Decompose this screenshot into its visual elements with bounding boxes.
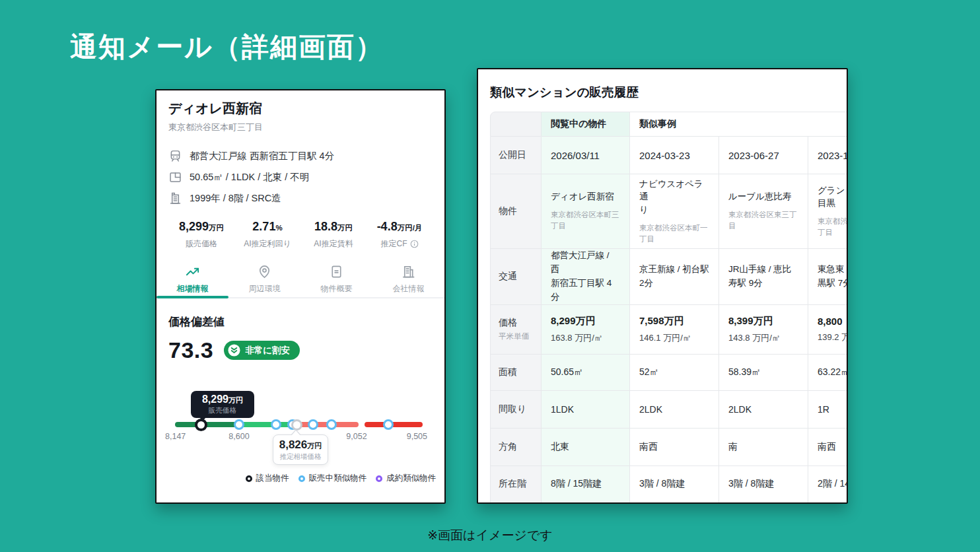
price-value: 8,800 — [818, 316, 848, 327]
property-address: 東京都渋谷区本町一 丁目 — [639, 223, 709, 246]
on-sale-marker[interactable] — [271, 419, 281, 430]
property-address: 東京都渋谷区本町三 丁目 — [551, 209, 620, 232]
unit-price: 146.1 万円/㎡ — [639, 332, 709, 344]
direction-value: 南西 — [630, 429, 719, 466]
layout-value: 2LDK — [719, 391, 808, 429]
property-name: ルーブル恵比寿 — [728, 190, 798, 203]
table-row-area: 面積 50.65㎡ 52㎡ 58.39㎡ 63.22㎡ — [490, 355, 848, 391]
range-segment-red — [365, 422, 423, 427]
black-dot-icon — [246, 475, 252, 482]
table-row-direction: 方角 北東 南西 南 南西 — [490, 429, 848, 466]
price-range-chart: 8,299万円 販売価格 8,147 8,600 9,052 9,505 8,8… — [157, 90, 444, 502]
row-label: 価格平米単価 — [490, 305, 542, 355]
area-value: 52㎡ — [630, 355, 719, 391]
unit-price: 143.8 万円/㎡ — [728, 332, 798, 344]
slide: 通知メール（詳細画面） ディオレ西新宿 東京都渋谷区本町三丁目 都営大江戸線 西… — [0, 0, 980, 552]
row-sublabel: 平米単価 — [499, 331, 533, 341]
history-title: 類似マンションの販売履歴 — [490, 84, 847, 100]
row-label: 交通 — [490, 249, 542, 305]
tooltip-value: 8,299 — [202, 394, 228, 405]
floor-value: 3階 / 8階建 — [630, 466, 719, 503]
row-label: 所在階 — [490, 466, 542, 503]
table-row-floor: 所在階 8階 / 15階建 3階 / 8階建 3階 / 8階建 2階 / 14 — [490, 466, 848, 503]
on-sale-marker[interactable] — [326, 419, 337, 430]
legend-sold: 成約類似物件 — [376, 473, 436, 484]
range-segment-light-green — [239, 422, 295, 427]
area-value: 58.39㎡ — [719, 355, 808, 391]
tooltip-label: 販売価格 — [191, 406, 254, 415]
area-value: 50.65㎡ — [542, 355, 630, 391]
on-sale-marker[interactable] — [308, 419, 318, 430]
table-header-row: 閲覧中の物件 類似事例 — [490, 112, 848, 137]
direction-value: 北東 — [542, 429, 630, 466]
floor-value: 8階 / 15階建 — [542, 466, 630, 503]
table-row-price: 価格平米単価 8,299万円163.8 万円/㎡ 7,598万円146.1 万円… — [490, 305, 848, 355]
axis-tick: 9,505 — [407, 432, 427, 441]
published-date: 2023-1 — [818, 150, 848, 161]
table-row-access: 交通 都営大江戸線 / 西 新宿五丁目駅 4分 京王新線 / 初台駅 2分 JR… — [490, 249, 848, 305]
header-similar-cases: 類似事例 — [630, 112, 848, 137]
access-text: 京王新線 / 初台駅 2分 — [639, 263, 709, 291]
tooltip-label: 推定相場価格 — [273, 452, 328, 462]
blue-dot-icon — [298, 475, 305, 482]
property-address: 東京都渋 丁目 — [818, 216, 848, 239]
price-value: 8,299万円 — [551, 315, 620, 328]
history-table: 閲覧中の物件 類似事例 公開日 2026/03/11 2024-03-23 20… — [490, 112, 848, 504]
tooltip-value: 8,826 — [279, 438, 308, 451]
access-text: 東急東 黒駅 7分 — [818, 263, 848, 291]
table-row-partial — [490, 503, 848, 504]
layout-value: 2LDK — [630, 391, 719, 429]
published-date: 2024-03-23 — [639, 150, 690, 161]
access-text: JR山手線 / 恵比 寿駅 9分 — [728, 263, 798, 291]
market-price-tooltip: 8,826万円 推定相場価格 — [273, 434, 328, 465]
on-sale-marker[interactable] — [383, 419, 394, 430]
tooltip-unit: 万円 — [228, 396, 243, 404]
floor-value: 3階 / 8階建 — [719, 466, 808, 503]
chart-legend: 該当物件 販売中類似物件 成約類似物件 — [246, 473, 437, 484]
header-empty-cell — [490, 112, 542, 137]
header-current-property: 閲覧中の物件 — [542, 112, 630, 137]
axis-tick: 8,147 — [165, 432, 186, 441]
sale-price-tooltip: 8,299万円 販売価格 — [191, 391, 254, 418]
unit-price: 139.2 万 — [818, 331, 848, 343]
layout-value: 1R — [808, 391, 848, 429]
access-text: 都営大江戸線 / 西 新宿五丁目駅 4分 — [551, 249, 620, 304]
table-row-published: 公開日 2026/03/11 2024-03-23 2023-06-27 202… — [490, 137, 848, 174]
legend-on-sale: 販売中類似物件 — [298, 473, 367, 484]
row-label: 物件 — [490, 174, 542, 249]
published-date: 2023-06-27 — [728, 150, 779, 161]
purple-dot-icon — [376, 475, 382, 482]
price-value: 8,399万円 — [728, 315, 798, 328]
layout-value: 1LDK — [542, 391, 630, 429]
row-label: 方角 — [490, 429, 542, 466]
property-card: ディオレ西新宿 東京都渋谷区本町三丁目 都営大江戸線 西新宿五丁目駅 4分 50… — [155, 89, 446, 504]
direction-value: 南 — [719, 429, 808, 466]
row-label: 面積 — [490, 355, 542, 391]
direction-value: 南西 — [808, 429, 848, 466]
axis-tick: 8,600 — [228, 432, 249, 441]
property-name: ディオレ西新宿 — [551, 190, 620, 203]
property-name: ナビウスオペラ通 り — [639, 178, 709, 217]
table-row-layout: 間取り 1LDK 2LDK 2LDK 1R — [490, 391, 848, 429]
legend-current-property: 該当物件 — [246, 473, 289, 484]
image-disclaimer: ※画面はイメージです — [0, 527, 980, 544]
property-address: 東京都渋谷区東三丁 目 — [728, 209, 798, 232]
row-label: 公開日 — [490, 137, 542, 174]
published-date: 2026/03/11 — [551, 150, 600, 161]
unit-price: 163.8 万円/㎡ — [551, 332, 620, 344]
page-title: 通知メール（詳細画面） — [70, 29, 384, 65]
history-card: 類似マンションの販売履歴 閲覧中の物件 類似事例 公開日 2026/03/11 … — [477, 68, 848, 504]
table-row-property: 物件 ディオレ西新宿東京都渋谷区本町三 丁目 ナビウスオペラ通 り東京都渋谷区本… — [490, 174, 848, 249]
tooltip-unit: 万円 — [307, 442, 322, 450]
axis-tick: 9,052 — [346, 432, 367, 441]
on-sale-marker[interactable] — [234, 419, 244, 430]
area-value: 63.22㎡ — [808, 355, 848, 391]
floor-value: 2階 / 14 — [808, 466, 848, 503]
row-label: 間取り — [490, 391, 542, 429]
property-name: グラン 目黒 — [818, 184, 848, 210]
price-value: 7,598万円 — [639, 315, 709, 328]
